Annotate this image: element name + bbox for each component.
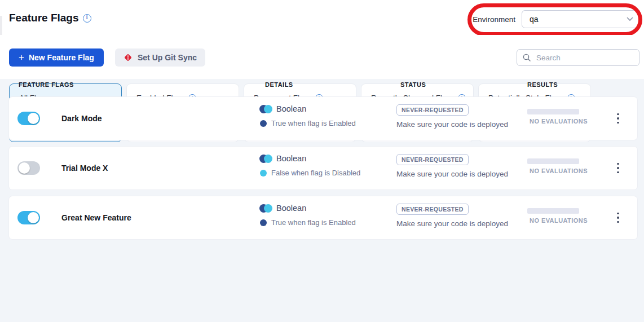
flags-table-body: Dark Mode Boolean True when flag is Enab… xyxy=(9,97,637,239)
toolbar: + New Feature Flag Set Up Git Sync xyxy=(0,35,644,80)
new-feature-flag-button[interactable]: + New Feature Flag xyxy=(9,48,104,67)
status-badge: NEVER-REQUESTED xyxy=(396,204,469,215)
flag-name: Dark Mode xyxy=(61,97,102,140)
evaluations-label: NO EVALUATIONS xyxy=(530,167,588,174)
flag-type-line: Boolean xyxy=(259,154,306,163)
evaluations-label: NO EVALUATIONS xyxy=(530,217,588,224)
search-input[interactable] xyxy=(535,53,633,63)
feature-flag-row[interactable]: Great New Feature Boolean True when flag… xyxy=(9,196,637,239)
environment-select[interactable]: qa xyxy=(522,10,639,28)
rule-bullet-icon xyxy=(260,170,267,177)
git-sync-button[interactable]: Set Up Git Sync xyxy=(115,48,205,67)
status-text: Make sure your code is deployed xyxy=(396,120,508,129)
rule-bullet-icon xyxy=(260,219,267,226)
flag-rule-label: True when flag is Enabled xyxy=(271,218,356,227)
plus-icon: + xyxy=(19,52,24,62)
column-header-feature-flags: FEATURE FLAGS xyxy=(19,81,74,88)
rule-bullet-icon xyxy=(260,120,267,127)
evaluations-bar xyxy=(527,158,579,164)
environment-label: Environment xyxy=(473,15,515,24)
status-badge: NEVER-REQUESTED xyxy=(396,154,469,165)
column-header-details: DETAILS xyxy=(265,81,293,88)
column-header-results: RESULTS xyxy=(527,81,558,88)
toggle-knob xyxy=(19,162,30,174)
search-icon xyxy=(523,54,531,61)
boolean-type-icon xyxy=(259,105,272,113)
flag-rule-line: False when flag is Disabled xyxy=(260,169,360,177)
feature-flag-row[interactable]: Dark Mode Boolean True when flag is Enab… xyxy=(9,97,637,140)
page-title-text: Feature Flags xyxy=(9,12,79,24)
boolean-type-icon xyxy=(259,155,272,163)
flag-toggle[interactable] xyxy=(17,112,40,125)
flag-name: Great New Feature xyxy=(61,196,131,239)
page-title: Feature Flags i xyxy=(9,12,91,24)
git-sync-label: Set Up Git Sync xyxy=(138,53,197,62)
table-header: FEATURE FLAGS DETAILS STATUS RESULTS xyxy=(0,79,644,97)
git-icon xyxy=(123,53,133,62)
column-header-status: STATUS xyxy=(400,81,426,88)
flag-rule-label: False when flag is Disabled xyxy=(271,169,360,177)
flag-rule-line: True when flag is Enabled xyxy=(260,119,356,127)
new-feature-flag-label: New Feature Flag xyxy=(29,53,94,62)
flag-type-line: Boolean xyxy=(259,204,306,213)
status-badge: NEVER-REQUESTED xyxy=(396,104,469,116)
status-text: Make sure your code is deployed xyxy=(396,170,508,178)
toggle-knob xyxy=(28,212,39,223)
flag-type-label: Boolean xyxy=(276,104,306,113)
flag-rule-label: True when flag is Enabled xyxy=(271,119,356,127)
boolean-type-icon xyxy=(259,204,272,213)
status-text: Make sure your code is deployed xyxy=(396,219,508,228)
chevron-down-icon xyxy=(627,17,633,21)
environment-value: qa xyxy=(530,15,539,24)
feature-flags-page: Feature Flags i Environment qa + New Fea… xyxy=(0,0,644,322)
flag-rule-line: True when flag is Enabled xyxy=(260,218,356,227)
evaluations-bar xyxy=(527,109,579,114)
flag-type-label: Boolean xyxy=(276,154,306,163)
flag-toggle[interactable] xyxy=(17,161,40,175)
row-menu-button[interactable] xyxy=(611,97,625,140)
row-menu-button[interactable] xyxy=(611,147,625,189)
evaluations-label: NO EVALUATIONS xyxy=(530,118,588,125)
feature-flag-row[interactable]: Trial Mode X Boolean False when flag is … xyxy=(9,147,637,189)
info-icon[interactable]: i xyxy=(83,14,91,23)
evaluations-bar xyxy=(527,208,579,214)
flag-type-label: Boolean xyxy=(276,204,306,213)
flag-type-line: Boolean xyxy=(259,104,306,113)
environment-group: Environment qa xyxy=(473,10,639,28)
flag-toggle[interactable] xyxy=(17,211,40,224)
top-bar: Feature Flags i Environment qa xyxy=(0,0,644,36)
flag-name: Trial Mode X xyxy=(61,147,108,189)
search-box[interactable] xyxy=(517,49,639,66)
row-menu-button[interactable] xyxy=(611,196,625,239)
toggle-knob xyxy=(28,113,39,124)
